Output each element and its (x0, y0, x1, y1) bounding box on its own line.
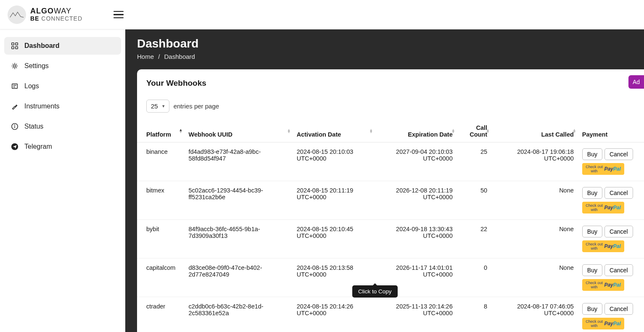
sidebar-item-telegram[interactable]: Telegram (4, 138, 121, 155)
paypal-checkout-button[interactable]: Check out with PayPal (582, 163, 624, 175)
card-title: Your Webhooks (146, 79, 206, 88)
table-row: binancefd4ad983-e73f-42a8-a9bc-58fd8d54f… (137, 142, 644, 181)
entries-per-page-select[interactable]: 25 ▾ (146, 100, 169, 113)
add-button[interactable]: Ad (628, 75, 644, 89)
cell-activation: 2024-08-15 20:14:26 UTC+0000 (293, 297, 375, 332)
cancel-button[interactable]: Cancel (604, 264, 633, 276)
sidebar-label: Status (24, 123, 43, 130)
cell-payment: BuyCancelCheck out with PayPal (578, 142, 644, 181)
cell-platform: binance (137, 142, 185, 181)
cell-platform: ctrader (137, 297, 185, 332)
sidebar-label: Settings (24, 62, 49, 70)
cell-call-count: 22 (457, 220, 491, 258)
buy-button[interactable]: Buy (582, 264, 602, 276)
cancel-button[interactable]: Cancel (604, 148, 633, 160)
cell-expiration: 2024-09-18 13:30:43 UTC+0000 (375, 220, 457, 258)
sidebar-label: Dashboard (24, 42, 60, 50)
cell-expiration: 2026-11-17 14:01:01 UTC+0000 (375, 258, 457, 297)
cancel-button[interactable]: Cancel (604, 226, 633, 237)
cell-call-count: 0 (457, 258, 491, 297)
wrench-icon (11, 103, 18, 110)
cell-platform: bybit (137, 220, 185, 258)
breadcrumb-current: Dashboard (164, 53, 195, 60)
sidebar-item-settings[interactable]: Settings (4, 57, 121, 75)
col-header-expiration[interactable]: Expiration Date▲▼ (375, 120, 457, 142)
cell-uuid[interactable]: fd4ad983-e73f-42a8-a9bc-58fd8d54f947 (185, 142, 293, 181)
col-header-activation[interactable]: Activation Date▲▼ (293, 120, 375, 142)
cell-last-called: 2024-08-17 19:06:18 UTC+0000 (491, 142, 578, 181)
brand-tag-light: CONNECTED (41, 15, 82, 22)
paypal-checkout-button[interactable]: Check out with PayPal (582, 202, 624, 213)
paypal-checkout-button[interactable]: Check out with PayPal (582, 240, 624, 252)
paypal-checkout-button[interactable]: Check out with PayPal (582, 318, 624, 329)
paypal-checkout-button[interactable]: Check out with PayPal (582, 279, 624, 291)
svg-point-4 (13, 65, 16, 67)
cell-payment: BuyCancelCheck out with PayPal (578, 258, 644, 297)
table-row: bitmex5c02acc6-1293-4454-bc39-ff5231ca2b… (137, 181, 644, 220)
cell-last-called: 2024-08-17 07:46:05 UTC+0000 (491, 297, 578, 332)
cell-call-count: 25 (457, 142, 491, 181)
cell-call-count: 50 (457, 181, 491, 220)
cell-platform: capitalcom (137, 258, 185, 297)
col-header-payment: Payment (578, 120, 644, 142)
svg-rect-5 (12, 84, 18, 89)
chevron-down-icon: ▾ (162, 103, 165, 109)
logs-icon (11, 82, 18, 90)
cell-expiration: 2026-12-08 20:11:19 UTC+0000 (375, 181, 457, 220)
cancel-button[interactable]: Cancel (604, 303, 633, 315)
table-row: ctraderc2ddb0c6-b63c-42b2-8e1d-2c583361e… (137, 297, 644, 332)
cell-last-called: None (491, 258, 578, 297)
col-header-uuid[interactable]: Webhook UUID▲▼ (185, 120, 293, 142)
breadcrumb: Home / Dashboard (137, 53, 632, 60)
cell-activation: 2024-08-15 20:13:58 UTC+0000 (293, 258, 375, 297)
buy-button[interactable]: Buy (582, 187, 602, 199)
cell-last-called: None (491, 220, 578, 258)
svg-rect-3 (16, 47, 18, 49)
cell-platform: bitmex (137, 181, 185, 220)
brand-logo[interactable]: ALGOWAY BE CONNECTED (8, 5, 82, 24)
sidebar-item-instruments[interactable]: Instruments (4, 97, 121, 115)
cell-payment: BuyCancelCheck out with PayPal (578, 297, 644, 332)
cell-uuid[interactable]: 5c02acc6-1293-4454-bc39-ff5231ca2b6e (185, 181, 293, 220)
sidebar-item-dashboard[interactable]: Dashboard (4, 37, 121, 55)
svg-point-10 (15, 125, 15, 125)
cell-payment: BuyCancelCheck out with PayPal (578, 220, 644, 258)
dashboard-icon (11, 42, 18, 50)
topbar: ALGOWAY BE CONNECTED (0, 0, 644, 29)
table-row: bybit84f9accb-36fc-4655-9b1a-7d3909a30f1… (137, 220, 644, 258)
svg-rect-2 (12, 47, 14, 49)
cell-uuid[interactable]: d83ce08e-09f0-47ce-b402-2d77e8247049 (185, 258, 293, 297)
buy-button[interactable]: Buy (582, 303, 602, 315)
cell-activation: 2024-08-15 20:11:19 UTC+0000 (293, 181, 375, 220)
col-header-platform[interactable]: Platform▲▼ (137, 120, 185, 142)
logo-badge (8, 5, 26, 24)
cell-call-count: 8 (457, 297, 491, 332)
sidebar: Dashboard Settings Logs Instruments Stat… (0, 29, 125, 332)
cell-uuid[interactable]: c2ddb0c6-b63c-42b2-8e1d-2c583361e52a (185, 297, 293, 332)
entries-label: entries per page (174, 103, 219, 110)
entries-value: 25 (151, 103, 158, 110)
page-title: Dashboard (137, 37, 632, 50)
cell-uuid[interactable]: 84f9accb-36fc-4655-9b1a-7d3909a30f13 (185, 220, 293, 258)
buy-button[interactable]: Buy (582, 148, 602, 160)
breadcrumb-home[interactable]: Home (137, 53, 154, 60)
svg-rect-1 (16, 43, 18, 45)
gear-icon (11, 62, 18, 70)
menu-toggle-icon[interactable] (113, 9, 124, 21)
telegram-icon (11, 143, 18, 150)
webhooks-table: Platform▲▼ Webhook UUID▲▼ Activation Dat… (137, 120, 644, 332)
page-header: Dashboard Home / Dashboard (125, 29, 644, 69)
sidebar-label: Telegram (24, 143, 52, 150)
brand-text: ALGOWAY BE CONNECTED (30, 7, 82, 22)
sidebar-item-logs[interactable]: Logs (4, 77, 121, 95)
buy-button[interactable]: Buy (582, 226, 602, 237)
info-icon (11, 123, 18, 130)
sidebar-label: Instruments (24, 103, 60, 110)
cell-last-called: None (491, 181, 578, 220)
webhooks-card: Your Webhooks Ad 25 ▾ entries per page P… (137, 69, 644, 332)
sidebar-item-status[interactable]: Status (4, 118, 121, 135)
col-header-call-count[interactable]: Call Count▲▼ (457, 120, 491, 142)
main-content: Dashboard Home / Dashboard Your Webhooks… (125, 29, 644, 332)
cancel-button[interactable]: Cancel (604, 187, 633, 199)
col-header-last-called[interactable]: Last Called▲▼ (491, 120, 578, 142)
